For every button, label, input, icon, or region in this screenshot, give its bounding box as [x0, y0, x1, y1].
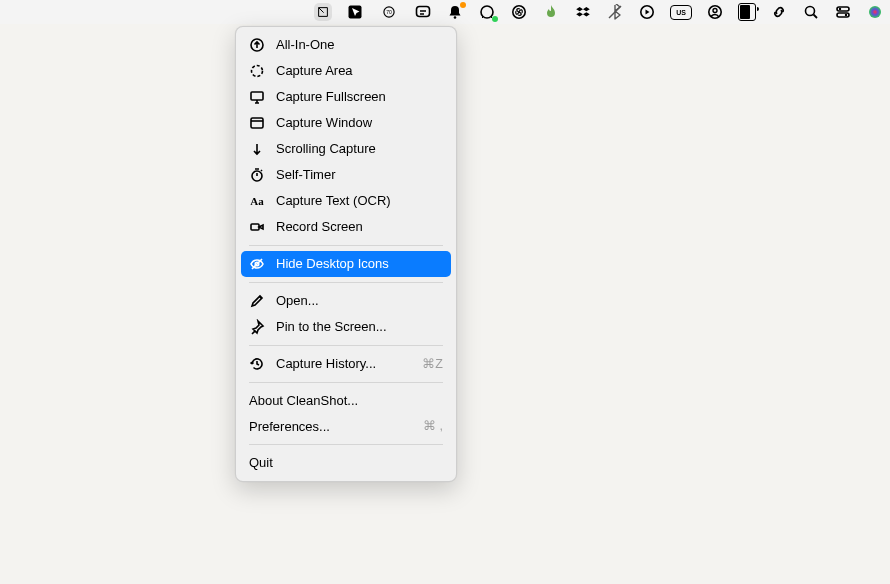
menu-separator — [249, 245, 443, 246]
menu-item-capture-window[interactable]: Capture Window — [241, 110, 451, 136]
window-icon — [249, 115, 265, 131]
display-icon — [249, 89, 265, 105]
menu-item-quit[interactable]: Quit — [241, 450, 451, 476]
svg-point-16 — [845, 14, 847, 16]
menu-item-about[interactable]: About CleanShot... — [241, 388, 451, 414]
menu-item-label: Preferences... — [249, 419, 412, 435]
menu-item-label: Quit — [249, 455, 443, 471]
menu-item-open[interactable]: Open... — [241, 288, 451, 314]
svg-text:70: 70 — [386, 9, 392, 15]
menu-item-label: Capture Area — [276, 63, 443, 79]
pencil-icon — [249, 293, 265, 309]
menu-item-accel: ⌘ , — [423, 419, 443, 434]
bell-icon[interactable] — [446, 3, 464, 21]
siri-icon[interactable] — [866, 3, 884, 21]
menu-item-all-in-one[interactable]: All-In-One — [241, 32, 451, 58]
control-center-icon[interactable] — [834, 3, 852, 21]
fan-icon[interactable] — [510, 3, 528, 21]
svg-rect-13 — [837, 7, 849, 11]
menu-item-label: Capture History... — [276, 356, 411, 372]
cleanshot-menu: All-In-One Capture Area Capture Fullscre… — [235, 26, 457, 482]
headphones-icon[interactable] — [478, 3, 496, 21]
menu-item-label: Capture Window — [276, 115, 443, 131]
svg-rect-20 — [251, 92, 263, 100]
menu-item-label: All-In-One — [276, 37, 443, 53]
input-us-icon[interactable]: US — [670, 5, 692, 20]
svg-point-19 — [252, 66, 263, 77]
menu-item-preferences[interactable]: Preferences... ⌘ , — [241, 414, 451, 440]
menu-item-capture-area[interactable]: Capture Area — [241, 58, 451, 84]
svg-point-11 — [806, 7, 815, 16]
play-circle-icon[interactable] — [638, 3, 656, 21]
arrow-down-icon — [249, 141, 265, 157]
menu-separator — [249, 444, 443, 445]
menu-item-record-screen[interactable]: Record Screen — [241, 214, 451, 240]
svg-rect-15 — [837, 13, 849, 17]
menu-item-capture-text[interactable]: Aa Capture Text (OCR) — [241, 188, 451, 214]
menu-item-label: Self-Timer — [276, 167, 443, 183]
menu-separator — [249, 382, 443, 383]
menu-item-label: Record Screen — [276, 219, 443, 235]
video-icon — [249, 219, 265, 235]
menubar: 70 US — [0, 0, 890, 24]
eye-slash-icon — [249, 256, 265, 272]
user-circle-icon[interactable] — [706, 3, 724, 21]
menu-item-label: About CleanShot... — [249, 393, 443, 409]
menu-item-label: Scrolling Capture — [276, 141, 443, 157]
menu-item-label: Open... — [276, 293, 443, 309]
temp-70-icon[interactable]: 70 — [378, 3, 400, 21]
menu-item-label: Pin to the Screen... — [276, 319, 443, 335]
svg-point-17 — [869, 6, 881, 18]
cursor-app-icon[interactable] — [346, 3, 364, 21]
clock-rewind-icon — [249, 356, 265, 372]
pin-icon — [249, 319, 265, 335]
menu-item-label: Capture Fullscreen — [276, 89, 443, 105]
menu-item-capture-fullscreen[interactable]: Capture Fullscreen — [241, 84, 451, 110]
svg-point-14 — [839, 8, 841, 10]
menu-item-self-timer[interactable]: Self-Timer — [241, 162, 451, 188]
menu-item-history[interactable]: Capture History... ⌘Z — [241, 351, 451, 377]
svg-point-4 — [454, 16, 457, 19]
circle-up-icon — [249, 37, 265, 53]
stopwatch-icon — [249, 167, 265, 183]
cleanshot-icon[interactable] — [314, 3, 332, 21]
link-icon[interactable] — [770, 3, 788, 21]
battery-icon[interactable] — [738, 3, 756, 21]
aa-icon: Aa — [249, 193, 265, 209]
search-icon[interactable] — [802, 3, 820, 21]
menu-item-label: Capture Text (OCR) — [276, 193, 443, 209]
svg-rect-21 — [251, 118, 263, 128]
svg-line-12 — [814, 15, 818, 19]
svg-point-10 — [713, 9, 717, 13]
bluetooth-off-icon[interactable] — [606, 3, 624, 21]
crop-icon — [249, 63, 265, 79]
menu-item-label: Hide Desktop Icons — [276, 256, 443, 272]
flame-icon[interactable] — [542, 3, 560, 21]
menu-separator — [249, 345, 443, 346]
menu-separator — [249, 282, 443, 283]
dropbox-icon[interactable] — [574, 3, 592, 21]
menu-item-hide-desktop-icons[interactable]: Hide Desktop Icons — [241, 251, 451, 277]
menu-item-accel: ⌘Z — [422, 357, 443, 372]
message-icon[interactable] — [414, 3, 432, 21]
menu-item-scrolling-capture[interactable]: Scrolling Capture — [241, 136, 451, 162]
menu-item-pin[interactable]: Pin to the Screen... — [241, 314, 451, 340]
